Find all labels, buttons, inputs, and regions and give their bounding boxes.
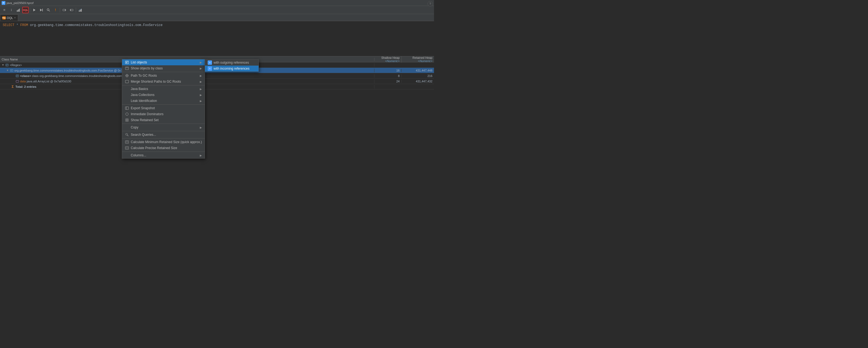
menu-icon-columns [125, 153, 129, 157]
row-retained-fooservice: 431,447,448 [402, 69, 434, 72]
menu-label-copy: Copy [131, 125, 198, 129]
menu-icon-path-gc [125, 74, 129, 78]
row-icon-fooservice [10, 68, 13, 72]
table-row[interactable]: <class> class org.geekbang.time.commonmi… [0, 73, 434, 79]
tree-expand-regex[interactable]: ▼ [2, 63, 4, 66]
menu-item-export-snapshot[interactable]: Export Snapshot [122, 105, 205, 111]
menu-icon-calc-min [125, 140, 129, 144]
menu-icon-java-collections [125, 93, 129, 97]
menu-item-copy[interactable]: Copy ▶ [122, 124, 205, 130]
menu-sep-7 [122, 151, 205, 152]
menu-icon-list [125, 60, 129, 64]
menu-item-list-objects[interactable]: List objects ▶ with outgoing references [122, 59, 205, 65]
submenu-arrow-java-basics: ▶ [200, 88, 202, 90]
toolbar-btn-run-config[interactable] [38, 7, 45, 13]
menu-item-leak-identification[interactable]: Leak Identification ▶ [122, 98, 205, 104]
svg-rect-13 [80, 10, 81, 12]
svg-line-15 [79, 10, 79, 10]
row-label-fooservice: org.geekbang.time.commonmistakes.trouble… [14, 69, 134, 72]
toolbar-btn-histogram[interactable] [15, 7, 22, 13]
svg-rect-5 [42, 9, 43, 11]
svg-rect-27 [16, 81, 19, 82]
toolbar-btn-run[interactable] [31, 7, 38, 13]
toolbar-btn-chart[interactable] [77, 7, 84, 13]
toolbar-btn-back[interactable] [61, 7, 68, 13]
svg-marker-3 [33, 9, 35, 11]
main-container: H java_pid29569.hprof × ≡ i OQL [0, 0, 434, 174]
tree-expand-fooservice[interactable]: ▼ [6, 69, 9, 72]
menu-item-path-to-gc[interactable]: Path To GC Roots ▶ [122, 72, 205, 79]
svg-rect-14 [81, 9, 82, 12]
toolbar-btn-search[interactable] [45, 7, 52, 13]
row-icon-field [16, 79, 19, 83]
svg-marker-4 [40, 9, 42, 11]
submenu-arrow-leak: ▶ [200, 99, 202, 103]
menu-item-calc-min[interactable]: Calculate Minimum Retained Size (quick a… [122, 139, 205, 145]
menu-label-path-to-gc: Path To GC Roots [131, 74, 198, 78]
submenu-arrow-java-collections: ▶ [200, 93, 202, 96]
editor-class-name: org.geekbang.time.commonmistakes.trouble… [30, 23, 163, 27]
menu-item-show-objects-by-class[interactable]: Show objects by class ▶ [122, 65, 205, 71]
title-bar: H java_pid29569.hprof × [0, 0, 434, 6]
submenu-icon-incoming [208, 66, 212, 71]
submenu-label-outgoing: with outgoing references [214, 61, 249, 64]
svg-rect-24 [16, 75, 19, 77]
col-header-shallow: Shallow Heap <Numeric> [374, 56, 402, 63]
menu-icon-java-basics [125, 87, 129, 91]
table-row[interactable]: data java.util.ArrayList @ 0x7a0f3d100 2… [0, 79, 434, 84]
menu-icon-search-queries [125, 133, 129, 137]
oql-tab[interactable]: OQL OQL × [0, 14, 18, 21]
row-retained-arraylist: 431,447,432 [402, 80, 434, 83]
svg-point-6 [47, 9, 49, 10]
toolbar-btn-forward[interactable] [68, 7, 75, 13]
menu-item-java-basics[interactable]: Java Basics ▶ [122, 86, 205, 92]
submenu-arrow-list: ▶ [200, 61, 202, 64]
menu-label-java-basics: Java Basics [131, 87, 198, 91]
oql-tab-icon: OQL [2, 16, 6, 20]
svg-rect-44 [125, 107, 129, 110]
oql-tab-label: OQL [7, 16, 13, 20]
row-shallow-class: 8 [374, 74, 402, 78]
menu-sep-1 [122, 72, 205, 72]
svg-marker-9 [65, 9, 66, 11]
editor-area[interactable]: SELECT * FROM org.geekbang.time.commonmi… [0, 21, 434, 56]
menu-item-show-retained[interactable]: Show Retained Set [122, 117, 205, 123]
menu-label-show-retained: Show Retained Set [131, 118, 202, 122]
submenu-list-objects: with outgoing references with incoming r… [205, 59, 259, 72]
content-area: Class Name Shallow Heap <Numeric> Retain… [0, 56, 434, 174]
menu-item-java-collections[interactable]: Java Collections ▶ [122, 92, 205, 98]
submenu-item-outgoing[interactable]: with outgoing references [205, 60, 258, 66]
kw-select: SELECT [3, 23, 14, 27]
submenu-arrow-path-gc: ▶ [200, 74, 202, 77]
kw-from: FROM [20, 23, 28, 27]
menu-label-java-collections: Java Collections [131, 93, 198, 97]
menu-item-search-queries[interactable]: Search Queries... [122, 132, 205, 138]
help-button[interactable]: ? [428, 1, 433, 6]
toolbar-btn-alert[interactable]: ! [52, 7, 59, 13]
menu-item-columns[interactable]: Columns... ▶ [122, 152, 205, 158]
toolbar-btn-info[interactable]: i [8, 7, 14, 13]
menu-item-merge-shortest[interactable]: Merge Shortest Paths to GC Roots ▶ [122, 79, 205, 85]
menu-label-list-objects: List objects [131, 60, 198, 64]
svg-line-50 [127, 135, 129, 136]
menu-item-immediate-dominators[interactable]: Immediate Dominators [122, 111, 205, 117]
menu-label-export-snapshot: Export Snapshot [131, 106, 202, 110]
svg-rect-12 [79, 10, 80, 12]
menu-item-calc-precise[interactable]: Calculate Precise Retained Size [122, 145, 205, 151]
svg-rect-38 [125, 67, 129, 70]
toolbar-separator-1 [30, 8, 30, 12]
submenu-arrow-show-class: ▶ [200, 67, 202, 70]
row-retained-class: 216 [402, 74, 434, 78]
toolbar-separator-3 [76, 8, 76, 12]
row-icon-sigma: Σ [11, 85, 14, 89]
svg-point-49 [126, 133, 127, 135]
svg-rect-1 [18, 9, 19, 12]
editor-line-1: SELECT * FROM org.geekbang.time.commonmi… [3, 23, 431, 27]
submenu-item-incoming[interactable]: with incoming references [205, 66, 258, 71]
menu-label-merge-shortest: Merge Shortest Paths to GC Roots [131, 80, 198, 84]
toolbar-btn-overview[interactable]: ≡ [1, 7, 7, 13]
table-row[interactable]: Σ Total: 2 entries [0, 84, 434, 89]
toolbar-btn-oql[interactable]: OQL [22, 7, 29, 13]
oql-tab-close[interactable]: × [14, 16, 16, 19]
svg-rect-2 [19, 9, 20, 12]
